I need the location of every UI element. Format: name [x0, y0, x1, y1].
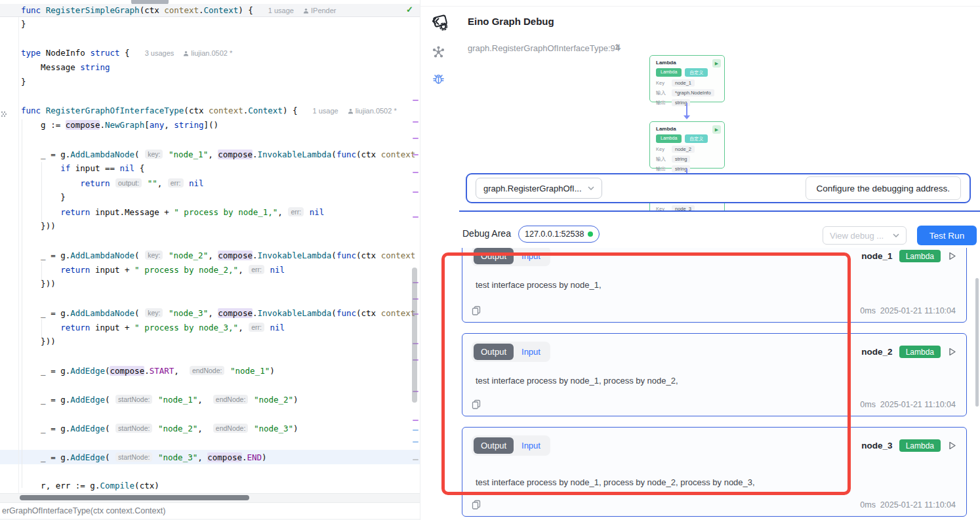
code-line[interactable]: })) — [0, 219, 420, 233]
graph-node-1[interactable]: Lambda ▶ Lambda 自定义 Keynode_1 输入*graph.N… — [649, 55, 725, 102]
code-line[interactable] — [0, 349, 420, 363]
code-line[interactable]: } — [0, 75, 420, 89]
code-token: . — [242, 452, 247, 462]
code-line[interactable]: })) — [0, 334, 420, 349]
card-meta: 0ms 2025-01-21 11:10:04 — [860, 400, 956, 409]
code-token: } — [21, 19, 26, 29]
code-token: (ctx — [356, 308, 381, 318]
change-marker — [413, 138, 419, 139]
code-line[interactable] — [0, 132, 420, 147]
play-icon[interactable] — [947, 441, 957, 450]
code-token: nil — [120, 163, 135, 173]
code-line[interactable]: g := compose.NewGraph[any, string]() — [0, 118, 420, 132]
play-icon[interactable] — [947, 251, 957, 261]
code-line[interactable]: _ = g.AddLambdaNode( key: "node_1", comp… — [0, 147, 420, 161]
sort-icon[interactable]: ⇅ — [615, 43, 621, 52]
code-token: ) { — [283, 106, 308, 115]
row-value: string — [672, 165, 690, 172]
code-line[interactable]: _ = g.AddLambdaNode( key: "node_2", comp… — [0, 248, 420, 262]
sticky-function-line[interactable]: func RegisterSimpleGraph(ctx context.Con… — [0, 4, 420, 17]
code-line[interactable]: func RegisterGraphOfInterfaceType(ctx co… — [0, 104, 420, 118]
graph-node-2[interactable]: Lambda ▶ Lambda 自定义 Keynode_2 输入string 输… — [649, 121, 725, 169]
code-token: context — [381, 150, 416, 159]
code-token: AddEdge — [70, 366, 105, 376]
breadcrumb[interactable]: erGraphOfInterfaceType(ctx context.Conte… — [2, 506, 165, 515]
code-line[interactable] — [0, 435, 420, 450]
node-play-button[interactable]: ▶ — [712, 59, 721, 68]
graph-location-label[interactable]: graph.RegisterGraphOfInterfaceType:94 — [468, 43, 620, 53]
code-line[interactable]: if input == nil { — [0, 161, 420, 176]
copy-icon[interactable] — [472, 500, 481, 510]
ide-window: func RegisterSimpleGraph(ctx context.Con… — [0, 0, 980, 520]
row-label: 输出 — [656, 100, 668, 106]
graph-select-dropdown[interactable]: graph.RegisterGraphOfI... — [476, 178, 602, 199]
code-line[interactable]: r, err := g.Compile(ctx) — [0, 479, 420, 493]
row-value: node_1 — [672, 79, 695, 87]
code-token: , — [238, 323, 248, 332]
card-meta: 0ms 2025-01-21 11:10:04 — [860, 306, 956, 315]
node-title: Lambda — [656, 60, 718, 66]
code-token: START — [150, 366, 174, 376]
code-line[interactable] — [0, 233, 420, 248]
code-token: _ = g. — [21, 395, 70, 405]
code-line[interactable] — [0, 407, 420, 421]
vertical-scrollbar-thumb[interactable] — [412, 268, 417, 403]
code-line[interactable] — [0, 464, 420, 479]
code-token — [184, 178, 190, 188]
view-debug-dropdown[interactable]: View debug ... — [823, 226, 907, 245]
card-node-name: node_3 — [861, 441, 892, 450]
code-line[interactable]: _ = g.AddLambdaNode( key: "node_3", comp… — [0, 306, 420, 320]
code-editor[interactable]: func RegisterSimpleGraph(ctx context.Con… — [0, 0, 420, 520]
code-line[interactable] — [0, 31, 420, 46]
play-icon[interactable] — [947, 347, 957, 357]
code-line[interactable]: })) — [0, 277, 420, 291]
graph-view-icon[interactable] — [432, 46, 445, 59]
code-line[interactable]: _ = g.AddEdge( startNode: "node_3", comp… — [0, 450, 420, 464]
code-line[interactable] — [0, 89, 420, 104]
code-token: } — [21, 192, 66, 202]
param-hint: key: — [145, 308, 163, 317]
test-run-button[interactable]: Test Run — [917, 226, 977, 245]
code-lines[interactable]: }type NodeInfo struct { 3 usagesliujian.… — [0, 17, 420, 493]
node-play-button[interactable]: ▶ — [712, 125, 721, 134]
code-line[interactable]: return input + " process by node_2,", er… — [0, 262, 420, 277]
code-line[interactable] — [0, 291, 420, 306]
code-token — [41, 5, 46, 15]
code-token: input == — [70, 163, 119, 173]
debug-list-scrollbar[interactable] — [975, 278, 979, 407]
change-marker — [413, 216, 419, 218]
code-token: _ = g. — [21, 150, 70, 159]
param-hint: output: — [115, 178, 142, 188]
inspection-ok-icon: ✓ — [406, 5, 413, 15]
code-line[interactable] — [0, 378, 420, 392]
code-line[interactable]: type NodeInfo struct { 3 usagesliujian.0… — [0, 46, 420, 60]
debug-address-badge[interactable]: 127.0.0.1:52538 — [518, 226, 600, 243]
code-line[interactable]: } — [0, 17, 420, 31]
code-line[interactable]: return output: "", err: nil — [0, 176, 420, 190]
horizontal-scrollbar-thumb[interactable] — [20, 495, 249, 500]
code-line[interactable]: _ = g.AddEdge(compose.START, endNode: "n… — [0, 363, 420, 378]
code-line[interactable]: _ = g.AddEdge( startNode: "node_2", endN… — [0, 421, 420, 435]
view-debug-value: View debug ... — [830, 231, 884, 241]
debug-bug-icon[interactable] — [432, 73, 445, 86]
node-custom-badge: 自定义 — [685, 134, 708, 143]
code-line[interactable]: } — [0, 190, 420, 205]
code-token: compose — [110, 366, 144, 376]
code-token: string — [80, 62, 110, 72]
code-line[interactable]: return input + " process by node_3,", er… — [0, 320, 420, 334]
gutter-icon[interactable] — [1, 108, 8, 118]
code-token: return — [80, 178, 110, 188]
code-token: ( — [105, 395, 115, 405]
code-token: _ = g. — [21, 452, 70, 462]
row-value: string — [672, 99, 690, 106]
code-token: " process by node_3," — [134, 323, 238, 332]
param-hint: err: — [249, 265, 264, 274]
code-token: ) { — [238, 5, 263, 15]
param-hint: startNode: — [115, 452, 152, 462]
configure-address-button[interactable]: Configure the debugging address. — [806, 176, 961, 200]
code-token — [21, 178, 80, 188]
code-line[interactable]: Message string — [0, 60, 420, 75]
code-token: r, err := g. — [21, 481, 100, 490]
code-line[interactable]: return input.Message + " process by node… — [0, 205, 420, 219]
code-line[interactable]: _ = g.AddEdge( startNode: "node_1", endN… — [0, 392, 420, 407]
